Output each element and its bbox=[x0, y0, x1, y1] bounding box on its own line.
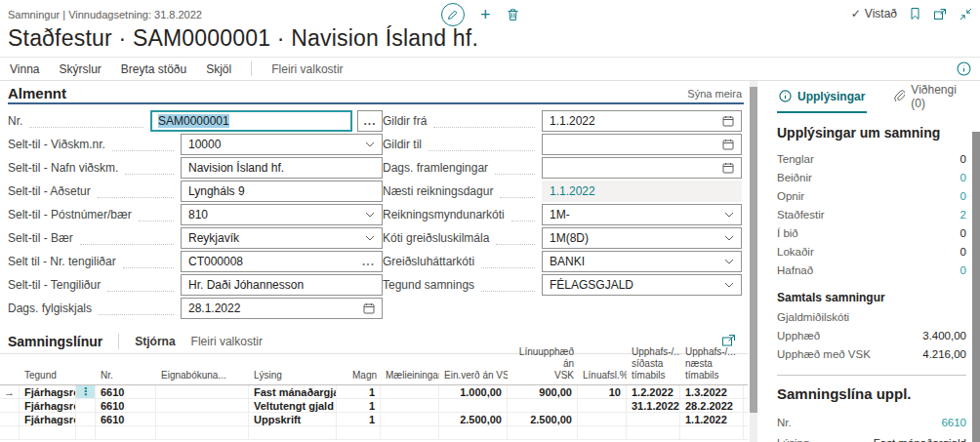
chevron-down-icon[interactable] bbox=[365, 141, 375, 147]
main-scrollbar[interactable] bbox=[750, 81, 757, 442]
col-magn[interactable]: Magn bbox=[337, 370, 381, 384]
stat-hafnad: Hafnað0 bbox=[777, 261, 966, 279]
table-row-empty bbox=[0, 426, 748, 440]
col-maelieiningar[interactable]: Mælieiningar... bbox=[381, 370, 439, 384]
cell-einverd[interactable] bbox=[439, 399, 508, 412]
cell-maelieining[interactable] bbox=[381, 385, 439, 398]
cell-linuupphaed[interactable]: 2.500,00 bbox=[508, 413, 578, 425]
cell-tegund[interactable]: Fjárhagsreik... bbox=[20, 413, 76, 425]
open-in-excel-button[interactable] bbox=[721, 334, 736, 347]
cell-sidasta[interactable] bbox=[627, 413, 680, 425]
calendar-icon[interactable] bbox=[722, 115, 734, 127]
tab-vidhengi[interactable]: Viðhengi (0) bbox=[892, 81, 966, 113]
menu-vinna[interactable]: Vinna bbox=[10, 62, 39, 76]
main-scrollbar-thumb[interactable] bbox=[750, 87, 757, 413]
greidsluhattarkoti-input[interactable]: BANKI bbox=[542, 251, 742, 272]
chevron-down-icon[interactable] bbox=[724, 235, 734, 241]
vidskm-nr-input[interactable]: 10000 bbox=[181, 134, 383, 155]
open-in-new-window-button[interactable] bbox=[933, 8, 947, 20]
gildir-fra-input[interactable]: 1.1.2022 bbox=[542, 110, 742, 132]
totals-heading: Samtals samningur bbox=[777, 291, 966, 304]
nr-tengilidar-input[interactable]: CT000008... bbox=[181, 251, 383, 272]
baer-input[interactable]: Reykjavík bbox=[181, 227, 383, 249]
cell-magn[interactable]: 1 bbox=[337, 385, 381, 398]
chevron-down-icon[interactable] bbox=[724, 282, 734, 288]
cell-magn[interactable]: 1 bbox=[337, 413, 381, 425]
koti-greidsluskilmala-input[interactable]: 1M(8D) bbox=[542, 227, 742, 249]
chevron-down-icon[interactable] bbox=[724, 212, 734, 218]
new-button[interactable]: + bbox=[480, 6, 491, 23]
menu-breyta-stodu[interactable]: Breyta stöðu bbox=[121, 62, 186, 76]
nr-input[interactable]: SAM0000001 bbox=[150, 110, 352, 132]
show-more-link[interactable]: Sýna meira bbox=[687, 88, 742, 100]
tegund-samnings-input[interactable]: FÉLAGSGJALD bbox=[542, 274, 742, 296]
cell-sidasta[interactable]: 1.2.2022 bbox=[627, 385, 680, 398]
tengilidur-input[interactable]: Hr. Daði Jóhannesson bbox=[181, 274, 383, 296]
cell-naesta[interactable]: 1.1.2022 bbox=[680, 413, 744, 425]
chevron-down-icon[interactable] bbox=[365, 212, 375, 218]
col-einverd[interactable]: Ein.verð án VSK bbox=[439, 370, 508, 384]
dotted-leader bbox=[107, 278, 174, 292]
cell-magn[interactable]: 1 bbox=[337, 399, 381, 412]
ellipsis-icon[interactable]: ... bbox=[362, 260, 375, 264]
cell-naesta[interactable]: 1.3.2022 bbox=[680, 385, 744, 398]
cell-lysing[interactable]: Veltutengt gjald bbox=[249, 399, 337, 412]
cell-nr[interactable]: 6610 bbox=[96, 399, 156, 412]
cell-naesta[interactable]: 28.2.2022 bbox=[680, 399, 744, 412]
info-button[interactable] bbox=[957, 61, 971, 76]
stat-beidnir: Beiðnir0 bbox=[777, 168, 966, 186]
cell-tegund[interactable]: Fjárhagsreik... bbox=[20, 385, 76, 398]
nafn-vidskm-input[interactable]: Navision Ísland hf. bbox=[181, 157, 383, 179]
factbox-scrollbar-thumb[interactable] bbox=[972, 132, 980, 442]
cell-linuupphaed[interactable] bbox=[508, 399, 578, 412]
lines-more-options[interactable]: Fleiri valkostir bbox=[191, 335, 263, 348]
cell-lysing[interactable]: Fast mánaðargjald bbox=[249, 385, 337, 398]
naesti-reikningsdagur-field: 1.1.2022 bbox=[542, 181, 742, 202]
col-tegund[interactable]: Tegund bbox=[20, 370, 96, 384]
cell-linuafsl[interactable]: 10 bbox=[578, 385, 627, 398]
cell-linuupphaed[interactable]: 900,00 bbox=[508, 385, 578, 398]
adsetur-input[interactable]: Lyngháls 9 bbox=[181, 181, 383, 202]
lines-manage-menu[interactable]: Stjórna bbox=[135, 335, 175, 348]
cell-maelieining[interactable] bbox=[381, 413, 439, 425]
row-menu-icon[interactable]: ⋮ bbox=[76, 385, 96, 398]
cell-sidasta[interactable]: 31.1.2022 bbox=[627, 399, 680, 412]
col-linuafsl[interactable]: Línuafsl.% bbox=[578, 370, 627, 384]
postnumer-input[interactable]: 810 bbox=[181, 204, 383, 225]
cell-tegund[interactable]: Fjárhagsreik... bbox=[20, 399, 76, 412]
cell-nr[interactable]: 6610 bbox=[96, 385, 156, 398]
reikningsmyndunarkoti-input[interactable]: 1M- bbox=[542, 204, 742, 225]
assist-edit-button[interactable]: ... bbox=[357, 110, 383, 132]
delete-button[interactable] bbox=[507, 8, 519, 21]
chevron-down-icon[interactable] bbox=[724, 259, 734, 264]
cell-nr[interactable]: 6610 bbox=[96, 413, 156, 425]
col-eignabokun[interactable]: Eignabókuna... bbox=[156, 370, 249, 384]
line-info-heading: Samningslína uppl. bbox=[777, 385, 966, 402]
tab-upplysingar[interactable]: Upplýsingar bbox=[777, 81, 867, 113]
chevron-down-icon[interactable] bbox=[365, 235, 375, 241]
cell-linuafsl[interactable] bbox=[578, 399, 627, 412]
collapse-button[interactable] bbox=[960, 8, 972, 20]
col-lysing[interactable]: Lýsing bbox=[249, 370, 337, 384]
cell-einverd[interactable]: 1.000,00 bbox=[439, 385, 508, 398]
menu-more-options[interactable]: Fleiri valkostir bbox=[271, 62, 343, 76]
gildir-til-input[interactable] bbox=[542, 134, 742, 155]
edit-button[interactable] bbox=[441, 3, 465, 26]
cell-eignabokun[interactable] bbox=[156, 399, 249, 412]
col-nr[interactable]: Nr. bbox=[96, 370, 156, 384]
menu-skyrslur[interactable]: Skýrslur bbox=[59, 62, 101, 76]
dags-fylgiskjals-input[interactable]: 28.1.2022 bbox=[181, 298, 383, 319]
dags-framlengingar-input[interactable] bbox=[542, 157, 742, 179]
menu-skjol[interactable]: Skjöl bbox=[206, 62, 231, 76]
cell-eignabokun[interactable] bbox=[156, 385, 249, 398]
cell-linuafsl[interactable] bbox=[578, 413, 627, 425]
calendar-icon[interactable] bbox=[722, 139, 734, 150]
active-row-arrow-icon: → bbox=[0, 385, 20, 398]
cell-maelieining[interactable] bbox=[381, 399, 439, 412]
cell-eignabokun[interactable] bbox=[156, 413, 249, 425]
cell-lysing[interactable]: Uppskrift bbox=[249, 413, 337, 425]
calendar-icon[interactable] bbox=[722, 162, 734, 174]
bookmark-button[interactable] bbox=[910, 7, 920, 20]
cell-einverd[interactable]: 2.500,00 bbox=[439, 413, 508, 425]
calendar-icon[interactable] bbox=[363, 302, 375, 314]
